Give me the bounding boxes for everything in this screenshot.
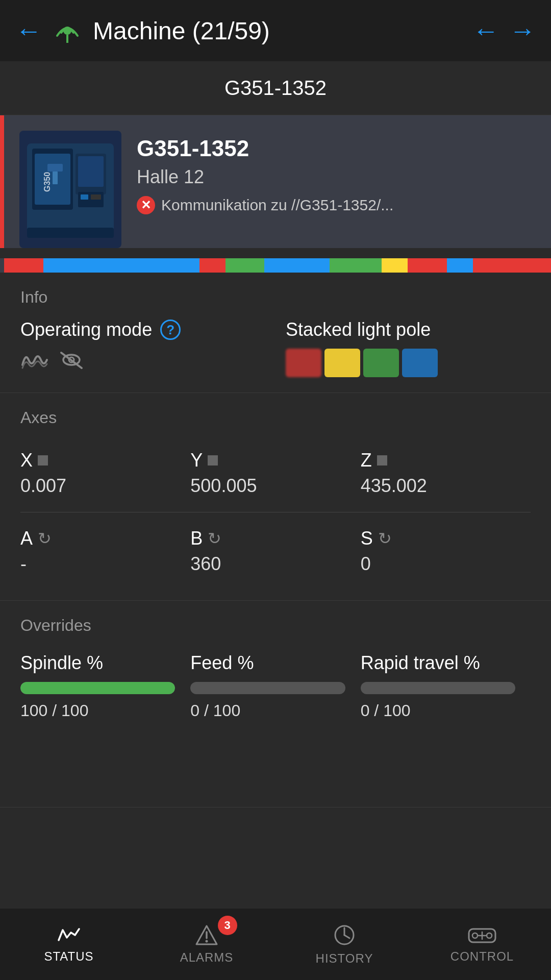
axis-z-value: 435.002 [361,475,531,497]
light-green [363,349,399,377]
svg-rect-8 [81,194,88,200]
axis-s-refresh-icon: ↻ [378,529,392,548]
svg-text:G350: G350 [43,172,52,192]
axis-a-label: A ↻ [20,528,190,549]
axes-section: Axes X 0.007 Y 500.005 Z 435.002 [0,393,551,601]
svg-rect-9 [91,194,101,200]
machine-name: G351-1352 [137,136,536,161]
light-yellow [324,349,360,377]
rapid-value: 0 / 100 [361,701,515,720]
control-icon [468,925,496,945]
axis-y-value: 500.005 [190,475,360,497]
override-spindle: Spindle % 100 / 100 [20,647,190,725]
color-segment-1 [4,258,43,273]
axes-grid-2: A ↻ - B ↻ 360 S ↻ 0 [20,518,531,585]
svg-line-22 [344,935,349,938]
axes-divider [20,512,531,512]
info-left: Operating mode ? [20,319,265,377]
axis-b: B ↻ 360 [190,518,360,585]
color-segment-7 [382,258,408,273]
light-pole-label: Stacked light pole [286,319,531,340]
operating-mode-text: Operating mode [20,319,152,340]
history-icon [332,923,357,947]
machine-info: G351-1352 Halle 12 ✕ Kommunikation zu //… [137,131,536,214]
status-nav-label: STATUS [44,949,93,964]
color-bar [0,258,551,273]
operating-mode-label: Operating mode ? [20,319,265,340]
axis-y: Y 500.005 [190,439,360,507]
overrides-section-title: Overrides [20,616,531,635]
axis-z-indicator [377,455,387,465]
svg-rect-6 [78,156,104,187]
machine-error: ✕ Kommunikation zu //G351-1352/... [137,196,536,214]
machine-image: G350 [19,131,121,248]
axis-s: S ↻ 0 [361,518,531,585]
light-red [286,349,321,377]
header-left: ← Machine (21/59) [15,15,270,46]
feed-value: 0 / 100 [190,701,345,720]
axes-section-title: Axes [20,408,531,427]
spindle-progress-fill [20,682,175,694]
next-machine-button[interactable]: → [509,17,536,44]
machine-location: Halle 12 [137,166,536,188]
color-segment-5 [264,258,330,273]
override-rapid: Rapid travel % 0 / 100 [361,647,531,725]
info-grid: Operating mode ? [20,319,531,377]
info-section: Info Operating mode ? [0,273,551,393]
overrides-section: Overrides Spindle % 100 / 100 Feed % 0 /… [0,601,551,807]
machine-title: G351-1352 [0,61,551,115]
back-button[interactable]: ← [15,17,42,44]
error-icon: ✕ [137,196,155,214]
spindle-value: 100 / 100 [20,701,175,720]
axis-y-label: Y [190,450,360,471]
info-section-title: Info [20,288,531,307]
nav-control[interactable]: CONTROL [413,909,551,980]
axis-x-indicator [38,455,48,465]
light-pole-bar [286,349,531,377]
mode-icons [20,349,265,376]
overrides-grid: Spindle % 100 / 100 Feed % 0 / 100 Rapid… [20,647,531,725]
axes-grid: X 0.007 Y 500.005 Z 435.002 [20,439,531,507]
eye-slash-icon [57,349,86,376]
help-icon[interactable]: ? [160,320,181,340]
header-nav: ← → [472,17,536,44]
alarms-badge: 3 [218,916,237,935]
axis-x-value: 0.007 [20,475,190,497]
alarms-icon [194,924,219,946]
color-segment-6 [330,258,382,273]
axis-a: A ↻ - [20,518,190,585]
status-icon [57,925,81,945]
header: ← Machine (21/59) ← → [0,0,551,61]
machine-card: G350 G351-1352 Halle 12 ✕ Kommunikation … [0,115,551,248]
axis-a-refresh-icon: ↻ [38,529,52,548]
svg-point-19 [206,940,208,943]
color-segment-8 [408,258,447,273]
svg-rect-11 [27,228,114,238]
rapid-label: Rapid travel % [361,652,515,674]
axis-z-label: Z [361,450,531,471]
nav-status[interactable]: STATUS [0,909,138,980]
axis-b-refresh-icon: ↻ [208,529,221,548]
color-segment-3 [199,258,226,273]
nav-alarms[interactable]: 3 ALARMS [138,909,276,980]
feed-label: Feed % [190,652,345,674]
signal-icon [52,15,83,46]
prev-machine-button[interactable]: ← [472,17,499,44]
axis-y-indicator [208,455,218,465]
rapid-progress-bg [361,682,515,694]
axis-x: X 0.007 [20,439,190,507]
svg-rect-12 [47,164,63,172]
alarms-nav-label: ALARMS [180,950,234,965]
override-feed: Feed % 0 / 100 [190,647,360,725]
axis-b-label: B ↻ [190,528,360,549]
axis-s-value: 0 [361,553,531,575]
header-title: Machine (21/59) [93,17,270,45]
spindle-progress-bg [20,682,175,694]
svg-point-25 [487,933,492,938]
color-segment-2 [43,258,199,273]
color-segment-10 [473,258,551,273]
bottom-nav: STATUS 3 ALARMS HISTORY CONTROL [0,909,551,980]
color-segment-9 [447,258,473,273]
info-right: Stacked light pole [286,319,531,377]
nav-history[interactable]: HISTORY [276,909,413,980]
